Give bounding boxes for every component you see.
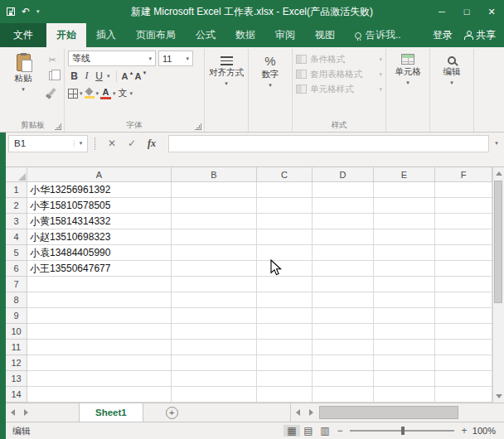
- tell-me-box[interactable]: 告诉我..: [345, 23, 411, 47]
- cell-E6[interactable]: [374, 261, 435, 277]
- cell-B9[interactable]: [172, 308, 257, 324]
- phonetic-dropdown-icon[interactable]: ▾: [130, 90, 133, 97]
- tab-数据[interactable]: 数据: [225, 23, 265, 47]
- name-box-dropdown-icon[interactable]: ▾: [74, 140, 87, 147]
- clipboard-dialog-launcher-icon[interactable]: [55, 123, 61, 130]
- cell-C5[interactable]: [257, 245, 313, 261]
- horizontal-scrollbar-thumb[interactable]: [319, 406, 458, 419]
- cell-A3[interactable]: 小黄15814314332: [27, 214, 172, 229]
- conditional-formatting-dropdown-icon[interactable]: ▾: [379, 56, 382, 63]
- font-size-combobox[interactable]: 11 ▾: [158, 51, 193, 66]
- cell-C6[interactable]: [257, 261, 313, 277]
- cell-C2[interactable]: [257, 198, 313, 214]
- fill-color-dropdown-icon[interactable]: ▾: [96, 90, 99, 97]
- font-size-dropdown-icon[interactable]: ▾: [186, 55, 189, 62]
- cell-F12[interactable]: [435, 355, 492, 371]
- cell-C12[interactable]: [257, 355, 313, 371]
- cell-F3[interactable]: [435, 214, 492, 229]
- cell-F6[interactable]: [435, 261, 492, 277]
- row-header-11[interactable]: 11: [6, 340, 27, 355]
- tab-审阅[interactable]: 审阅: [265, 23, 305, 47]
- scroll-up-button[interactable]: [493, 167, 504, 180]
- cell-F1[interactable]: [435, 182, 492, 198]
- cell-B6[interactable]: [172, 261, 257, 277]
- cell-C10[interactable]: [257, 324, 313, 340]
- cell-D7[interactable]: [313, 277, 374, 292]
- cell-A10[interactable]: [27, 324, 172, 340]
- font-family-dropdown-icon[interactable]: ▾: [148, 55, 152, 62]
- bold-button[interactable]: B: [68, 70, 80, 82]
- cell-D9[interactable]: [313, 308, 374, 324]
- cell-E1[interactable]: [374, 182, 435, 198]
- cell-B4[interactable]: [172, 229, 257, 245]
- zoom-level[interactable]: 100%: [471, 426, 504, 436]
- cell-F9[interactable]: [435, 308, 492, 324]
- cell-D14[interactable]: [313, 387, 374, 403]
- undo-icon[interactable]: ↶: [22, 7, 30, 17]
- cell-E3[interactable]: [374, 214, 435, 229]
- row-header-12[interactable]: 12: [6, 355, 27, 371]
- cell-D2[interactable]: [313, 198, 374, 214]
- column-header-D[interactable]: D: [313, 167, 374, 182]
- horizontal-scrollbar-track[interactable]: [317, 403, 504, 422]
- editing-dropdown-icon[interactable]: ▾: [450, 80, 453, 85]
- font-color-dropdown-icon[interactable]: ▾: [113, 90, 116, 97]
- row-header-4[interactable]: 4: [6, 229, 27, 245]
- cell-C9[interactable]: [257, 308, 313, 324]
- cell-D12[interactable]: [313, 355, 374, 371]
- zoom-slider[interactable]: [350, 430, 454, 432]
- borders-dropdown-icon[interactable]: ▾: [80, 90, 83, 97]
- fill-color-button[interactable]: [85, 89, 94, 99]
- cell-F5[interactable]: [435, 245, 492, 261]
- alignment-dropdown-icon[interactable]: ▾: [225, 80, 228, 86]
- tab-file[interactable]: 文件: [0, 23, 46, 47]
- select-all-button[interactable]: [6, 167, 27, 182]
- cell-A4[interactable]: 小赵13510698323: [27, 229, 172, 245]
- save-icon[interactable]: [7, 7, 15, 16]
- tab-开始[interactable]: 开始: [46, 23, 86, 47]
- zoom-in-button[interactable]: +: [458, 425, 471, 437]
- row-header-5[interactable]: 5: [6, 245, 27, 261]
- increase-font-size-button[interactable]: A▲: [121, 71, 134, 81]
- cell-A2[interactable]: 小李15810578505: [27, 198, 172, 214]
- cell-A11[interactable]: [27, 340, 172, 355]
- maximize-button[interactable]: □: [454, 0, 479, 23]
- font-family-combobox[interactable]: 等线 ▾: [68, 51, 156, 66]
- cell-D11[interactable]: [313, 340, 374, 355]
- row-header-8[interactable]: 8: [6, 292, 27, 308]
- cell-F11[interactable]: [435, 340, 492, 355]
- cell-E13[interactable]: [374, 371, 435, 387]
- cell-E4[interactable]: [374, 229, 435, 245]
- scroll-down-button[interactable]: [493, 390, 504, 403]
- cell-F7[interactable]: [435, 277, 492, 292]
- row-header-1[interactable]: 1: [6, 182, 27, 198]
- cell-D1[interactable]: [313, 182, 374, 198]
- tab-视图[interactable]: 视图: [305, 23, 345, 47]
- row-header-10[interactable]: 10: [6, 324, 27, 340]
- zoom-out-button[interactable]: −: [333, 425, 346, 437]
- row-header-3[interactable]: 3: [6, 214, 27, 229]
- share-button[interactable]: 共享: [464, 28, 496, 42]
- normal-view-button[interactable]: ▦: [284, 425, 300, 437]
- cell-D6[interactable]: [313, 261, 374, 277]
- number-button[interactable]: % 数字 ▾: [252, 51, 288, 88]
- cell-F10[interactable]: [435, 324, 492, 340]
- cell-D8[interactable]: [313, 292, 374, 308]
- name-box[interactable]: B1 ▾: [8, 135, 88, 152]
- cell-B14[interactable]: [172, 387, 257, 403]
- cell-A8[interactable]: [27, 292, 172, 308]
- cell-D10[interactable]: [313, 324, 374, 340]
- page-break-view-button[interactable]: ▥: [317, 425, 333, 437]
- cell-C11[interactable]: [257, 340, 313, 355]
- sign-in-button[interactable]: 登录: [433, 28, 453, 42]
- cell-A13[interactable]: [27, 371, 172, 387]
- underline-dropdown-icon[interactable]: ▾: [107, 73, 110, 80]
- conditional-formatting-button[interactable]: 条件格式 ▾: [296, 52, 382, 66]
- row-header-13[interactable]: 13: [6, 371, 27, 387]
- copy-button[interactable]: [44, 69, 61, 83]
- cell-B10[interactable]: [172, 324, 257, 340]
- cell-C4[interactable]: [257, 229, 313, 245]
- row-header-7[interactable]: 7: [6, 277, 27, 292]
- cell-E10[interactable]: [374, 324, 435, 340]
- sheet-tab-sheet1[interactable]: Sheet1: [79, 403, 143, 422]
